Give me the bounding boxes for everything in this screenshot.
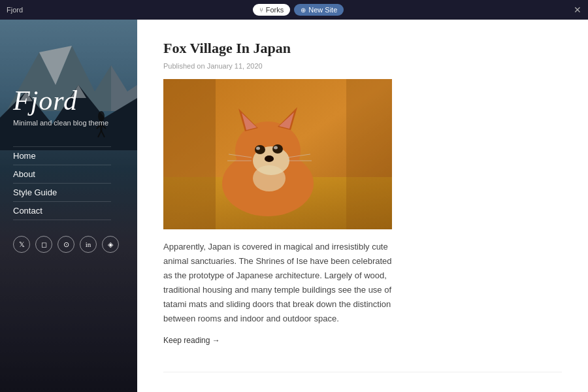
sidebar: Fjord Minimal and clean blog theme Home … (0, 20, 137, 392)
svg-point-24 (272, 144, 283, 154)
instagram-icon[interactable]: ◻ (35, 236, 52, 253)
forks-label: Forks (266, 6, 284, 14)
topbar-center: ⑂ Forks ⊕ New Site (253, 4, 344, 16)
fox-svg (163, 79, 392, 229)
sidebar-nav: Home About Style Guide Contact (13, 146, 124, 220)
article-title-1: Fox Village In Japan (163, 39, 562, 58)
article-divider (163, 372, 562, 372)
social-links: 𝕏 ◻ ⊙ in ◈ (13, 236, 124, 253)
topbar-title: Fjord (7, 6, 23, 14)
svg-point-27 (265, 155, 274, 162)
article-image-1 (163, 79, 392, 229)
close-button[interactable]: ✕ (574, 5, 581, 15)
new-site-button[interactable]: ⊕ New Site (294, 4, 344, 16)
svg-rect-34 (346, 79, 392, 229)
linkedin-icon[interactable]: in (80, 236, 97, 253)
sidebar-item-contact[interactable]: Contact (13, 202, 111, 220)
svg-rect-33 (163, 79, 216, 229)
svg-point-26 (274, 146, 278, 149)
forks-button[interactable]: ⑂ Forks (253, 4, 291, 16)
twitter-icon[interactable]: 𝕏 (13, 236, 30, 253)
new-site-label: New Site (308, 6, 337, 14)
sidebar-item-about[interactable]: About (13, 165, 111, 184)
sidebar-item-style-guide[interactable]: Style Guide (13, 184, 111, 202)
topbar: Fjord ⑂ Forks ⊕ New Site ✕ (0, 0, 588, 20)
keep-reading-1[interactable]: Keep reading → (163, 336, 220, 345)
site-logo: Fjord (13, 85, 124, 116)
main-content: Fox Village In Japan Published on Januar… (137, 20, 588, 392)
other-social-icon[interactable]: ◈ (102, 236, 119, 253)
new-site-icon: ⊕ (301, 7, 306, 14)
sidebar-item-home[interactable]: Home (13, 146, 111, 165)
site-tagline: Minimal and clean blog theme (13, 119, 124, 127)
svg-point-25 (256, 146, 260, 150)
page-wrapper: Fjord Minimal and clean blog theme Home … (0, 20, 588, 392)
github-icon[interactable]: ⊙ (57, 236, 74, 253)
article-date-1: Published on January 11, 2020 (163, 62, 562, 70)
sidebar-content: Fjord Minimal and clean blog theme Home … (0, 20, 137, 392)
forks-icon: ⑂ (259, 7, 263, 14)
article-excerpt-1: Apparently, Japan is covered in magical … (163, 240, 392, 327)
svg-point-32 (253, 165, 286, 191)
svg-point-23 (255, 145, 265, 154)
article-fox-village: Fox Village In Japan Published on Januar… (163, 39, 562, 346)
